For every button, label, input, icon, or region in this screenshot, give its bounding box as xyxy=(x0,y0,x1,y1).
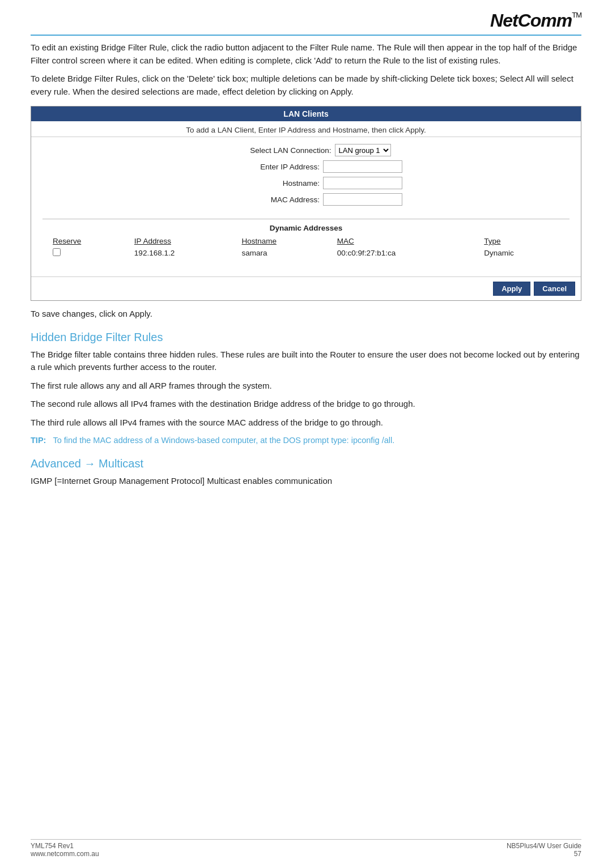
mac-cell: 00:c0:9f:27:b1:ca xyxy=(333,246,480,259)
cancel-button[interactable]: Cancel xyxy=(534,282,575,296)
reserve-checkbox[interactable] xyxy=(53,248,61,256)
select-lan-label: Select LAN Connection: xyxy=(222,146,335,155)
lan-panel-subtext: To add a LAN Client, Enter IP Address an… xyxy=(31,121,581,137)
mac-input[interactable] xyxy=(323,193,402,206)
select-lan-dropdown[interactable]: LAN group 1 xyxy=(335,144,391,156)
hostname-cell: samara xyxy=(237,246,332,259)
footer-left-line1: YML754 Rev1 xyxy=(31,842,99,850)
advanced-label: Advanced xyxy=(31,457,81,470)
ip-label: Enter IP Address: xyxy=(210,163,323,171)
col-ip: IP Address xyxy=(130,236,237,246)
section-hidden-title: Hidden Bridge Filter Rules xyxy=(31,331,581,344)
multicast-label: Multicast xyxy=(99,457,143,470)
logo: NetCommTM xyxy=(490,10,581,31)
tip-label: TIP: xyxy=(31,435,46,447)
mac-label: MAC Address: xyxy=(210,195,323,204)
table-header-row: Reserve IP Address Hostname MAC Type xyxy=(48,236,564,246)
page-footer: YML754 Rev1 www.netcomm.com.au NB5Plus4/… xyxy=(31,839,581,858)
dynamic-table: Reserve IP Address Hostname MAC Type 192… xyxy=(48,236,564,259)
section-advanced-title: Advanced → Multicast xyxy=(31,457,581,470)
intro-paragraph-2: To delete Bridge Filter Rules, click on … xyxy=(31,73,581,98)
col-reserve: Reserve xyxy=(48,236,130,246)
logo-text: NetComm xyxy=(490,10,572,31)
select-lan-row: Select LAN Connection: LAN group 1 xyxy=(48,144,564,156)
reserve-cell[interactable] xyxy=(48,246,130,259)
hostname-input[interactable] xyxy=(323,177,402,189)
col-type: Type xyxy=(479,236,564,246)
lan-panel-title: LAN Clients xyxy=(31,107,581,121)
footer-right: NB5Plus4/W User Guide 57 xyxy=(507,842,581,858)
igmp-text: IGMP [=Internet Group Management Protoco… xyxy=(31,475,581,488)
footer-right-line1: NB5Plus4/W User Guide xyxy=(507,842,581,850)
footer-left-line2: www.netcomm.com.au xyxy=(31,850,99,858)
hidden-para-4: The third rule allows all IPv4 frames wi… xyxy=(31,416,581,429)
panel-footer: Apply Cancel xyxy=(31,276,581,300)
ip-input[interactable] xyxy=(323,160,402,173)
lan-clients-panel: LAN Clients To add a LAN Client, Enter I… xyxy=(31,106,581,301)
col-mac: MAC xyxy=(333,236,480,246)
tip-text: To find the MAC address of a Windows-bas… xyxy=(53,435,394,447)
dynamic-table-wrap: Reserve IP Address Hostname MAC Type 192… xyxy=(31,236,581,259)
logo-tm: TM xyxy=(572,11,581,19)
apply-button[interactable]: Apply xyxy=(493,282,530,296)
ip-address-row: Enter IP Address: xyxy=(48,160,564,173)
lan-form: Select LAN Connection: LAN group 1 Enter… xyxy=(31,137,581,214)
advanced-arrow: → xyxy=(84,457,99,470)
hostname-row: Hostname: xyxy=(48,177,564,189)
save-text: To save changes, click on Apply. xyxy=(31,308,581,321)
ip-cell: 192.168.1.2 xyxy=(130,246,237,259)
footer-page-number: 57 xyxy=(507,850,581,858)
table-row: 192.168.1.2samara00:c0:9f:27:b1:caDynami… xyxy=(48,246,564,259)
intro-paragraph-1: To edit an existing Bridge Filter Rule, … xyxy=(31,41,581,67)
form-divider xyxy=(42,219,570,219)
hidden-para-2: The first rule allows any and all ARP fr… xyxy=(31,380,581,393)
hidden-para-3: The second rule allows all IPv4 frames w… xyxy=(31,398,581,411)
hostname-label: Hostname: xyxy=(210,179,323,188)
type-cell: Dynamic xyxy=(479,246,564,259)
header: NetCommTM xyxy=(31,10,581,31)
col-hostname: Hostname xyxy=(237,236,332,246)
tip-block: TIP: To find the MAC address of a Window… xyxy=(31,435,581,447)
top-divider xyxy=(31,35,581,36)
dynamic-addresses-title: Dynamic Addresses xyxy=(31,222,581,236)
footer-left: YML754 Rev1 www.netcomm.com.au xyxy=(31,842,99,858)
hidden-para-1: The Bridge filter table contains three h… xyxy=(31,348,581,374)
mac-address-row: MAC Address: xyxy=(48,193,564,206)
